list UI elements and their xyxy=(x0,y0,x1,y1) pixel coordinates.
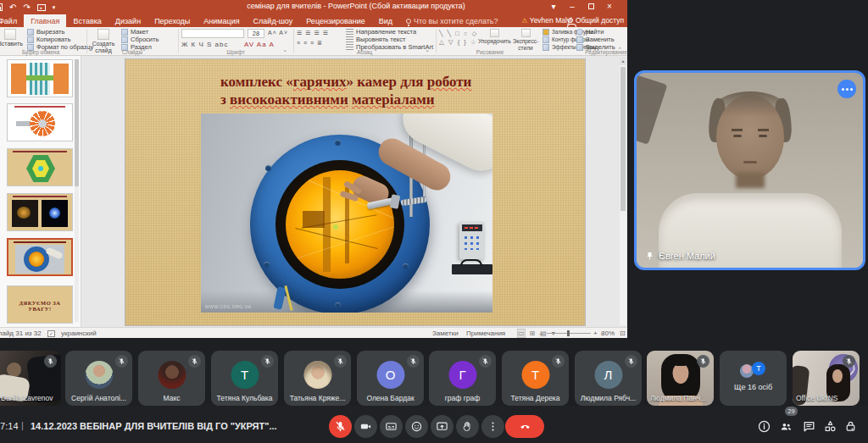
thumbnail-scrollbar[interactable] xyxy=(75,59,79,322)
paste-button[interactable]: Вставить xyxy=(0,28,24,47)
host-controls-button[interactable] xyxy=(843,419,858,434)
meet-toolbar: 17:14 | 14.12.2023 ВЕБІНАР ДЛЯ ВЧИТЕЛІВ … xyxy=(0,406,868,443)
more-options-button[interactable] xyxy=(481,415,504,438)
zoom-in-button[interactable]: + xyxy=(593,329,598,337)
font-dialog-launcher[interactable]: ⌄ xyxy=(282,47,287,53)
slide-thumbnail[interactable] xyxy=(7,59,73,97)
slideshow-icon[interactable]: ▸ xyxy=(37,4,46,11)
slide-thumbnail[interactable] xyxy=(7,193,73,231)
slide-sorter-icon[interactable]: ⊞ xyxy=(530,329,536,337)
slide-canvas[interactable]: комплекс «гарячих» камер для роботи з ви… xyxy=(125,59,585,325)
participant-tile[interactable]: Татьяна Кряже... xyxy=(284,351,351,406)
person-icon xyxy=(568,18,573,23)
slide-thumbnail-current[interactable] xyxy=(7,238,73,276)
grow-font-icon[interactable]: A˄ A˅ xyxy=(268,30,288,36)
arrange-button[interactable]: Упорядочить xyxy=(478,28,510,45)
collapse-ribbon-icon[interactable]: ⌃ xyxy=(617,47,622,53)
meeting-details-button[interactable] xyxy=(757,419,771,434)
slide-scrollbar[interactable]: ▲ xyxy=(620,58,626,325)
reactions-button[interactable] xyxy=(405,415,428,438)
shapes-gallery-row2[interactable]: △ ▽ { } ☆ xyxy=(439,38,477,46)
participant-tile[interactable]: Г граф граф xyxy=(429,351,496,406)
qat-customize-icon[interactable]: ▾ xyxy=(53,1,56,14)
window-controls: ▾ – × xyxy=(544,0,619,14)
leave-call-button[interactable] xyxy=(505,415,544,438)
close-button[interactable]: × xyxy=(600,0,619,14)
participant-tile[interactable]: Т Тетяна Кульбака xyxy=(211,351,278,406)
copy-button[interactable]: Копировать xyxy=(27,36,93,43)
account-name[interactable]: ⚠ Yevhen Malyi xyxy=(521,16,572,25)
participant-tile[interactable]: Сергій Анатолі... xyxy=(65,351,132,406)
tab-view[interactable]: Вид xyxy=(372,14,399,27)
fit-to-window-icon[interactable]: ⊡ xyxy=(620,329,626,337)
participant-tile[interactable]: Л Людмила Рябч... xyxy=(575,351,642,406)
show-participants-button[interactable] xyxy=(779,419,793,434)
participant-tile[interactable]: Т Тетяна Дерека xyxy=(502,351,569,406)
participant-tile[interactable]: О Олена Бардак xyxy=(357,351,424,406)
tab-design[interactable]: Дизайн xyxy=(108,14,147,27)
slide-thumbnail[interactable] xyxy=(7,103,73,141)
font-name-input[interactable] xyxy=(181,29,244,38)
layout-button[interactable]: Макет xyxy=(121,29,159,36)
redo-icon[interactable]: ↷ xyxy=(23,1,30,14)
mic-toggle-button[interactable] xyxy=(329,415,352,438)
spellcheck-icon[interactable]: ✓ xyxy=(47,329,55,337)
align-buttons[interactable]: ≡ ≡ ≡ ≣ xyxy=(297,40,323,47)
thumbnail-caption xyxy=(14,241,66,243)
shapes-gallery[interactable]: ╲ ╲ □ ○ ◇ xyxy=(439,30,478,37)
text-direction-button[interactable]: Направление текста xyxy=(346,29,433,36)
font-style-buttons[interactable]: Ж К Ч S abc xyxy=(181,41,229,48)
participant-name: граф граф xyxy=(432,394,492,402)
language-indicator[interactable]: украинский xyxy=(61,329,97,337)
zoom-slider[interactable] xyxy=(547,333,591,334)
tab-file[interactable]: Файл xyxy=(0,14,24,27)
align-text-button[interactable]: Выровнять текст xyxy=(346,36,433,43)
camera-toggle-button[interactable] xyxy=(354,415,377,438)
tab-slideshow[interactable]: Слайд-шоу xyxy=(247,14,300,27)
undo-icon[interactable]: ↶ xyxy=(9,1,16,14)
participant-tile[interactable]: Danila Lavrenov xyxy=(0,351,61,406)
participant-tile[interactable]: Макс xyxy=(138,351,205,406)
zoom-level[interactable]: 80% xyxy=(601,329,615,337)
share-button[interactable]: Общий доступ xyxy=(568,16,624,25)
normal-view-icon[interactable]: ▭ xyxy=(518,329,525,337)
comments-button[interactable]: Примечания xyxy=(466,329,505,337)
font-size-input[interactable]: 28 xyxy=(248,29,264,38)
captions-button[interactable] xyxy=(380,415,403,438)
participant-tile[interactable]: Office UkrNS xyxy=(793,351,860,406)
tab-home[interactable]: Главная xyxy=(24,14,66,27)
tell-me-box[interactable]: Что вы хотите сделать? xyxy=(399,14,505,27)
participant-name: Татьяна Кряже... xyxy=(287,394,348,402)
find-button[interactable]: Найти xyxy=(576,29,615,36)
chat-button[interactable] xyxy=(802,419,816,434)
cut-button[interactable]: Вырезать xyxy=(27,29,93,36)
more-participants-tile[interactable]: T Ще 16 осіб xyxy=(720,351,787,406)
raise-hand-button[interactable] xyxy=(456,415,479,438)
reset-button[interactable]: Сбросить xyxy=(121,36,159,43)
slide-thumbnail[interactable]: ДЯКУЄМО ЗА УВАГУ! xyxy=(7,285,73,324)
tab-transitions[interactable]: Переходы xyxy=(147,14,197,27)
save-icon[interactable] xyxy=(0,3,3,11)
tab-insert[interactable]: Вставка xyxy=(66,14,108,27)
paragraph-dialog-launcher[interactable]: ⌄ xyxy=(425,47,430,53)
notes-button[interactable]: Заметки xyxy=(432,329,459,337)
tab-animations[interactable]: Анимация xyxy=(197,14,246,27)
present-screen-button[interactable] xyxy=(431,415,453,438)
tile-options-button[interactable] xyxy=(837,80,856,98)
list-buttons[interactable]: ☰ ☰ ☰ ☰ xyxy=(297,30,329,36)
tab-review[interactable]: Рецензирование xyxy=(299,14,372,27)
font-color-buttons[interactable]: AV Aa A xyxy=(244,41,275,48)
restore-button[interactable] xyxy=(581,0,600,14)
spotlight-tile[interactable]: Євген Малий xyxy=(634,70,865,270)
mic-muted-icon xyxy=(44,355,57,368)
activities-button[interactable] xyxy=(823,419,837,434)
participant-name: Тетяна Кульбака xyxy=(214,394,275,402)
minimize-button[interactable]: – xyxy=(563,0,581,14)
replace-button[interactable]: Заменить xyxy=(576,36,615,43)
ribbon-options-icon[interactable]: ▾ xyxy=(544,0,563,14)
avatar xyxy=(303,361,331,389)
zoom-out-button[interactable]: – xyxy=(539,329,542,337)
quick-styles-button[interactable]: Экспресс-стили xyxy=(510,28,541,52)
participant-tile[interactable]: Людмила Панч... xyxy=(647,351,714,406)
slide-thumbnail[interactable] xyxy=(7,148,73,186)
